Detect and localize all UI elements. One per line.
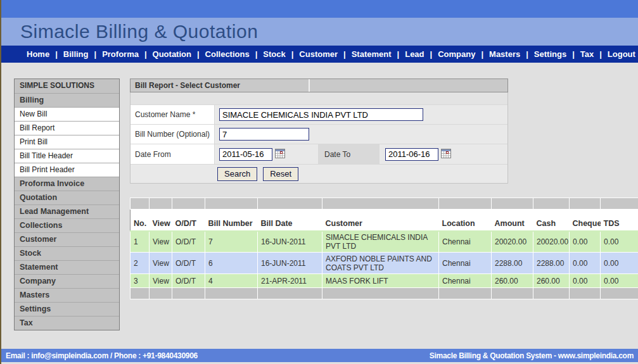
nav-separator: | — [255, 49, 258, 59]
column-header-cash: Cash — [533, 217, 570, 231]
sidebar-item-company[interactable]: Company — [15, 274, 119, 288]
column-header-location: Location — [439, 217, 492, 231]
content-area: SIMPLE SOLUTIONSBillingNew BillBill Repo… — [1, 63, 638, 349]
sidebar-item-new-bill[interactable]: New Bill — [15, 107, 119, 121]
cell-bill-date: 16-JUN-2011 — [258, 231, 322, 253]
nav-item-settings[interactable]: Settings — [534, 49, 566, 59]
reset-button[interactable]: Reset — [263, 167, 298, 181]
table-bottom-gray-row-cell — [172, 288, 205, 299]
sidebar-item-masters[interactable]: Masters — [15, 288, 119, 302]
column-header-cheque: Cheque — [570, 217, 601, 231]
table-top-white-row-cell — [492, 210, 533, 217]
sidebar-item-customer[interactable]: Customer — [15, 232, 119, 246]
cell-amount: 2288.00 — [492, 253, 533, 274]
nav-separator: | — [481, 49, 483, 59]
sidebar-item-collections[interactable]: Collections — [15, 218, 119, 232]
results-table-wrap: No.ViewO/D/TBill NumberBill DateCustomer… — [130, 198, 638, 299]
nav-item-tax[interactable]: Tax — [580, 49, 594, 59]
sidebar-item-billing[interactable]: Billing — [15, 93, 119, 107]
date-to-calendar-icon[interactable] — [441, 149, 451, 160]
nav-item-proforma[interactable]: Proforma — [102, 49, 139, 59]
table-row: 2ViewO/D/T616-JUN-2011AXFORD NOBLE PAINT… — [131, 253, 638, 274]
nav-separator: | — [343, 49, 346, 59]
cell-cheque: 0.00 — [570, 253, 601, 274]
panel-header: Bill Report - Select Customer — [130, 78, 508, 92]
nav-item-customer[interactable]: Customer — [299, 49, 338, 59]
cell-cash: 260.00 — [533, 274, 570, 288]
table-top-white-row-cell — [131, 210, 150, 217]
table-header-row: No.ViewO/D/TBill NumberBill DateCustomer… — [131, 217, 638, 231]
date-value-cell: Date To — [215, 144, 507, 164]
column-header-amount: Amount — [492, 217, 533, 231]
table-top-white-row-cell — [150, 210, 172, 217]
sidebar-item-statement[interactable]: Statement — [15, 260, 119, 274]
table-top-gray-row-cell — [131, 198, 150, 210]
date-to-input[interactable] — [385, 148, 438, 161]
results-table-body: No.ViewO/D/TBill NumberBill DateCustomer… — [131, 198, 638, 299]
nav-item-statement[interactable]: Statement — [352, 49, 392, 59]
cell-odt[interactable]: O/D/T — [172, 231, 205, 253]
date-from-label: Date From — [131, 144, 215, 164]
table-bottom-gray-row-cell — [570, 288, 601, 299]
table-bottom-gray-row-cell — [601, 288, 638, 299]
table-bottom-gray-row-cell — [131, 288, 150, 299]
cell-odt[interactable]: O/D/T — [172, 253, 205, 274]
nav-separator: | — [291, 49, 294, 59]
nav-item-home[interactable]: Home — [27, 49, 49, 59]
cell-no: 3 — [131, 274, 150, 288]
cell-tds: 0.00 — [601, 274, 638, 288]
table-bottom-gray-row — [131, 288, 638, 299]
nav-item-collections[interactable]: Collections — [205, 49, 250, 59]
table-bottom-gray-row-cell — [492, 288, 533, 299]
sidebar-item-bill-title-header[interactable]: Bill Title Header — [15, 149, 119, 163]
sidebar-item-stock[interactable]: Stock — [15, 246, 119, 260]
sidebar-item-proforma-invoice[interactable]: Proforma Invoice — [15, 177, 119, 191]
sidebar-item-bill-report[interactable]: Bill Report — [15, 121, 119, 135]
nav-item-billing[interactable]: Billing — [63, 49, 89, 59]
bill-number-input[interactable] — [219, 128, 309, 141]
nav-item-stock[interactable]: Stock — [263, 49, 285, 59]
buttons-row: Search Reset — [131, 164, 507, 183]
cell-bill-date: 21-APR-2011 — [258, 274, 322, 288]
sidebar-item-print-bill[interactable]: Print Bill — [15, 135, 119, 149]
column-header-no-: No. — [131, 217, 150, 231]
nav-item-company[interactable]: Company — [438, 49, 475, 59]
customer-name-label: Customer Name * — [131, 105, 215, 124]
table-top-white-row-cell — [570, 210, 601, 217]
sidebar-item-settings[interactable]: Settings — [15, 302, 119, 316]
sidebar-item-bill-print-header[interactable]: Bill Print Header — [15, 163, 119, 177]
nav-item-lead[interactable]: Lead — [405, 49, 424, 59]
date-from-input[interactable] — [219, 148, 272, 161]
table-top-gray-row-cell — [439, 198, 492, 210]
nav-separator: | — [197, 49, 200, 59]
cell-location: Chennai — [439, 231, 492, 253]
sidebar-item-tax[interactable]: Tax — [15, 316, 119, 330]
title-band: Simacle Billing & Quotation — [1, 18, 638, 46]
cell-view[interactable]: View — [150, 253, 172, 274]
customer-name-row: Customer Name * — [131, 104, 507, 124]
nav-separator: | — [430, 49, 433, 59]
main-nav: Home|Billing|Proforma|Quotation|Collecti… — [1, 46, 638, 63]
cell-cash: 20020.00 — [533, 231, 570, 253]
nav-item-logout[interactable]: Logout — [608, 49, 635, 59]
cell-view[interactable]: View — [150, 274, 172, 288]
table-top-white-row — [131, 210, 638, 217]
search-button[interactable]: Search — [217, 167, 257, 181]
cell-odt[interactable]: O/D/T — [172, 274, 205, 288]
table-top-white-row-cell — [172, 210, 205, 217]
cell-view[interactable]: View — [150, 231, 172, 253]
sidebar-item-lead-management[interactable]: Lead Management — [15, 204, 119, 218]
table-top-gray-row-cell — [322, 198, 439, 210]
results-table: No.ViewO/D/TBill NumberBill DateCustomer… — [130, 198, 638, 299]
footer-contact: Email : info@simpleindia.com / Phone : +… — [6, 351, 198, 360]
nav-separator: | — [572, 49, 575, 59]
cell-location: Chennai — [439, 274, 492, 288]
sidebar-item-quotation[interactable]: Quotation — [15, 191, 119, 204]
customer-name-input[interactable] — [219, 108, 423, 121]
cell-location: Chennai — [439, 253, 492, 274]
cell-tds: 0.00 — [601, 253, 638, 274]
nav-item-quotation[interactable]: Quotation — [153, 49, 191, 59]
table-top-white-row-cell — [258, 210, 322, 217]
nav-item-masters[interactable]: Masters — [489, 49, 520, 59]
date-from-calendar-icon[interactable] — [275, 149, 285, 160]
